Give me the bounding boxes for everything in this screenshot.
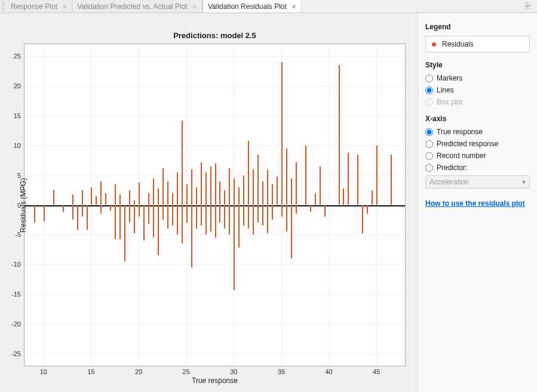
residual-stem — [262, 181, 263, 205]
tab-response-plot[interactable]: Response Plot × — [6, 0, 72, 13]
radio-input[interactable] — [425, 87, 433, 94]
residual-stem — [343, 189, 344, 205]
legend-header: Legend — [425, 23, 530, 31]
tab-label: Validation Residuals Plot — [208, 2, 287, 11]
gridline-horizontal — [24, 324, 405, 325]
y-tick-label: -5 — [15, 231, 24, 238]
residual-stem — [124, 205, 125, 262]
residual-stem — [201, 162, 202, 205]
tab-bar: Response Plot × Validation Predicted vs.… — [0, 0, 537, 13]
y-tick-label: -15 — [11, 291, 24, 298]
x-tick-label: 15 — [87, 366, 94, 375]
residual-stem — [119, 195, 121, 205]
residual-stem — [63, 205, 64, 212]
residual-stem — [186, 205, 188, 223]
radio-input[interactable] — [425, 164, 433, 172]
side-panel: Legend Residuals Style Markers Lines Box… — [418, 13, 537, 392]
residual-stem — [196, 187, 197, 205]
residual-stem — [267, 205, 268, 234]
residual-stem — [134, 205, 135, 234]
radio-input[interactable] — [425, 75, 433, 82]
dropdown-value: Acceleration — [429, 178, 469, 186]
residual-stem — [172, 193, 173, 205]
residual-stem — [348, 153, 349, 205]
residual-stem — [210, 205, 211, 232]
residual-stem — [148, 205, 149, 224]
tab-validation-predicted-vs-actual[interactable]: Validation Predicted vs. Actual Plot × — [72, 0, 202, 13]
residual-stem — [167, 181, 168, 205]
radio-label: Box plot — [437, 98, 462, 106]
residual-stem — [372, 190, 373, 205]
plot-title: Predictions: model 2.5 — [24, 31, 406, 40]
residual-stem — [119, 205, 121, 240]
radio-label: Record number — [437, 152, 486, 160]
residual-stem — [143, 205, 145, 241]
radio-input[interactable] — [425, 140, 433, 148]
residual-stem — [248, 205, 249, 229]
residual-stem — [53, 190, 54, 205]
residual-stem — [310, 205, 311, 212]
y-tick-label: 0 — [17, 202, 24, 209]
residual-stem — [110, 205, 111, 211]
residual-stem — [257, 205, 259, 223]
help-link[interactable]: How to use the residuals plot — [425, 199, 530, 208]
residual-stem — [115, 184, 116, 205]
residual-stem — [253, 169, 254, 205]
residual-stem — [191, 205, 192, 268]
xaxis-radio-predicted-response[interactable]: Predicted response — [425, 140, 530, 148]
residual-stem — [87, 205, 88, 230]
close-icon[interactable]: × — [192, 2, 197, 11]
style-radio-markers[interactable]: Markers — [425, 74, 530, 82]
chevron-down-icon: ▾ — [522, 178, 526, 186]
tab-label: Validation Predicted vs. Actual Plot — [77, 2, 188, 11]
residual-stem — [243, 205, 244, 226]
residual-stem — [115, 205, 116, 240]
predictor-dropdown: Acceleration ▾ — [425, 175, 530, 189]
residual-stem — [167, 205, 168, 229]
residual-stem — [182, 205, 183, 244]
xaxis-radio-predictor[interactable]: Predictor: — [425, 163, 530, 172]
residual-stem — [272, 184, 273, 205]
tab-validation-residuals-plot[interactable]: Validation Residuals Plot × — [202, 0, 302, 13]
residual-stem — [82, 190, 83, 205]
style-header: Style — [425, 61, 530, 69]
residual-stem — [105, 193, 106, 205]
tab-drag-handle[interactable] — [1, 1, 5, 12]
tab-label: Response Plot — [11, 2, 57, 11]
residual-stem — [281, 205, 283, 217]
residual-stem — [291, 178, 292, 205]
residual-stem — [324, 205, 326, 217]
residual-stem — [272, 205, 273, 220]
xaxis-radio-record-number[interactable]: Record number — [425, 152, 530, 160]
gear-icon[interactable] — [523, 1, 532, 11]
residual-stem — [238, 205, 240, 248]
residual-stem — [153, 178, 154, 205]
style-radio-lines[interactable]: Lines — [425, 86, 530, 94]
residual-stem — [238, 187, 240, 205]
residual-stem — [320, 166, 321, 205]
y-tick-label: 25 — [14, 53, 24, 60]
radio-label: True response — [437, 128, 483, 136]
residual-stem — [219, 181, 220, 205]
residual-stem — [186, 184, 188, 205]
close-icon[interactable]: × — [291, 2, 296, 11]
residual-stem — [162, 168, 164, 205]
residual-stem — [215, 205, 216, 238]
close-icon[interactable]: × — [62, 2, 67, 11]
xaxis-radio-true-response[interactable]: True response — [425, 128, 530, 136]
residual-stem — [91, 187, 92, 205]
radio-input[interactable] — [425, 152, 433, 160]
residual-stem — [191, 169, 192, 205]
radio-label: Predicted response — [437, 140, 498, 148]
legend-marker-icon — [432, 42, 436, 47]
residual-stem — [134, 200, 135, 205]
residual-stem — [72, 195, 73, 205]
radio-label: Markers — [437, 74, 462, 82]
radio-label: Predictor: — [437, 163, 467, 172]
svg-point-0 — [526, 5, 529, 7]
radio-input[interactable] — [425, 128, 433, 136]
plot-axes[interactable]: Residuals (MPG) True response -25-20-15-… — [24, 44, 406, 366]
residual-stem — [210, 166, 211, 205]
residual-stem — [357, 155, 358, 205]
residual-stem — [234, 178, 235, 205]
